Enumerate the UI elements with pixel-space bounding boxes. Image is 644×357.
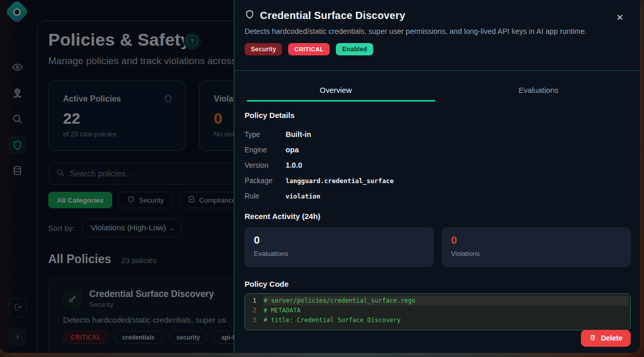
- severity-badge: CRITICAL: [288, 43, 330, 55]
- detail-label: Engine: [245, 146, 286, 154]
- detail-label: Package: [245, 176, 286, 185]
- tab-overview[interactable]: Overview: [234, 71, 437, 109]
- detail-row: Version 1.0.0: [245, 157, 631, 173]
- evaluations-label: Evaluations: [254, 250, 425, 257]
- detail-value: langguard.credential_surface: [286, 177, 394, 185]
- code-line: 1 # server/policies/credential_surface.r…: [245, 296, 630, 306]
- shield-icon: [245, 9, 255, 22]
- code-text: # server/policies/credential_surface.reg…: [264, 296, 628, 306]
- violations-count: 0: [451, 234, 622, 246]
- detail-value: 1.0.0: [286, 161, 302, 169]
- detail-row: Rule violation: [245, 188, 631, 204]
- detail-row: Type Built-in: [245, 127, 631, 142]
- drawer-description: Detects hardcoded/static credentials, su…: [245, 27, 628, 35]
- section-heading-details: Policy Details: [245, 111, 631, 120]
- detail-label: Rule: [245, 192, 286, 200]
- section-heading-code: Policy Code: [245, 280, 631, 288]
- violations-card: 0 Violations: [442, 227, 631, 267]
- evaluations-card: 0 Evaluations: [245, 227, 434, 267]
- line-number: 1: [245, 296, 264, 306]
- delete-button[interactable]: Delete: [581, 330, 631, 347]
- delete-label: Delete: [601, 334, 622, 342]
- activity-cards: 0 Evaluations 0 Violations: [245, 227, 631, 267]
- drawer-header: Credential Surface Discovery ✕ Detects h…: [234, 0, 640, 71]
- detail-row: Package langguard.credential_surface: [245, 173, 631, 188]
- detail-value: opa: [286, 146, 299, 154]
- status-badge: Enabled: [336, 43, 373, 55]
- detail-row: Engine opa: [245, 142, 631, 157]
- drawer-footer: Delete: [234, 323, 640, 353]
- tab-evaluations[interactable]: Evaluations: [437, 71, 640, 109]
- detail-value: violation: [286, 192, 320, 200]
- drawer-tabs: Overview Evaluations: [234, 71, 640, 109]
- detail-label: Type: [245, 130, 286, 138]
- evaluations-count: 0: [254, 234, 425, 246]
- app-window: Policies & Safety ? Manage policies and …: [0, 0, 640, 353]
- desktop-background: Policies & Safety ? Manage policies and …: [0, 0, 644, 357]
- code-line: 2 # METADATA: [245, 306, 630, 315]
- section-heading-activity: Recent Activity (24h): [245, 212, 631, 221]
- detail-value: Built-in: [286, 130, 311, 138]
- detail-label: Version: [245, 161, 286, 169]
- trash-icon: [589, 334, 596, 343]
- category-badge: Security: [245, 43, 282, 55]
- code-text: # METADATA: [264, 306, 630, 315]
- drawer-title: Credential Surface Discovery: [260, 10, 406, 22]
- policy-detail-drawer: Credential Surface Discovery ✕ Detects h…: [234, 0, 640, 353]
- policy-details: Type Built-in Engine opa Version 1.0.0 P…: [245, 127, 631, 204]
- badges-row: Security CRITICAL Enabled: [245, 43, 628, 55]
- drawer-body: Policy Details Type Built-in Engine opa …: [234, 109, 640, 330]
- violations-label: Violations: [451, 250, 622, 257]
- line-number: 2: [245, 306, 264, 315]
- close-icon[interactable]: ✕: [616, 12, 623, 23]
